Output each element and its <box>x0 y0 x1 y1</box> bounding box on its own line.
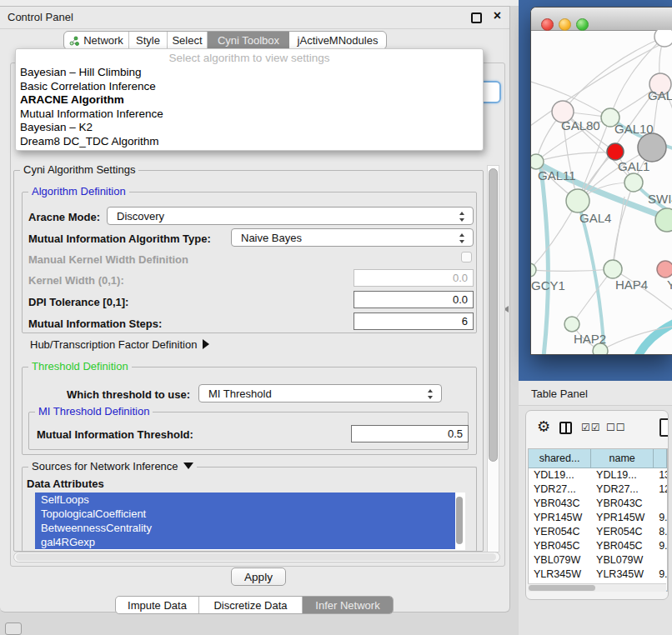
tab-infer-network[interactable]: Infer Network <box>303 597 393 613</box>
table-row[interactable]: YBL079W YBL079W <box>529 553 667 568</box>
node-unlabeled[interactable] <box>654 30 672 47</box>
table-row[interactable]: YDR27... YDR27... 12 <box>529 482 667 497</box>
cell: YER054C <box>529 525 591 539</box>
minimized-panel-icon[interactable] <box>5 622 22 635</box>
cell: YLR345W <box>591 568 654 582</box>
node-salmon[interactable] <box>657 261 672 278</box>
node-gcy1[interactable] <box>531 263 536 277</box>
table-row[interactable]: YBR045C YBR045C 9. <box>529 539 667 553</box>
node-gray[interactable] <box>638 133 666 162</box>
table-row[interactable]: YBR043C YBR043C <box>529 497 667 511</box>
node-hap4[interactable] <box>604 260 622 278</box>
columns-icon[interactable] <box>559 422 572 434</box>
table-horizontal-scrollbar-thumb[interactable] <box>529 585 595 591</box>
threshold-definition-title: Threshold Definition <box>28 360 132 372</box>
node-red-selected[interactable] <box>607 143 624 160</box>
cell: 12 <box>654 482 667 497</box>
table-row[interactable]: YPR145W YPR145W 9. <box>529 511 667 525</box>
node-gal11[interactable] <box>531 154 544 169</box>
sources-group-label: Sources for Network Inference <box>32 460 178 472</box>
network-window-titlebar[interactable] <box>531 8 672 31</box>
settings-horizontal-scrollbar[interactable] <box>13 552 500 562</box>
gear-icon[interactable]: ⚙ <box>537 419 550 434</box>
column-header-shared[interactable]: shared... <box>529 449 591 468</box>
settings-vertical-scrollbar[interactable] <box>487 165 499 552</box>
cell: 13 <box>654 468 667 482</box>
tab-cyni-toolbox[interactable]: Cyni Toolbox <box>208 32 289 49</box>
table-panel-area: Table Panel ⚙ ☑☑ ☐☐ shared... name YDL19… <box>519 381 672 635</box>
control-panel-window: Control Panel × Network Style Select <box>0 6 510 612</box>
mi-algorithm-type-combobox[interactable]: Naive Bayes <box>231 228 474 247</box>
data-attributes-label: Data Attributes <box>27 478 104 490</box>
manual-kernel-width-label: Manual Kernel Width Definition <box>28 253 188 266</box>
label-swi4: SWI4 <box>648 192 672 206</box>
cell: YPR145W <box>529 511 591 525</box>
settings-horizontal-scrollbar-thumb[interactable] <box>16 553 496 561</box>
attribute-item-selected[interactable]: gal4RGexp <box>35 535 455 549</box>
tab-select-label: Select <box>172 34 202 47</box>
node-gal1[interactable] <box>624 173 643 192</box>
kernel-width-field[interactable]: 0.0 <box>354 269 474 287</box>
algorithm-option[interactable]: Dream8 DC_TDC Algorithm <box>16 135 483 149</box>
tab-style-label: Style <box>136 34 160 47</box>
label-gal1: GAL1 <box>618 159 649 173</box>
dpi-tolerance-label: DPI Tolerance [0,1]: <box>28 296 128 308</box>
node-gal4[interactable] <box>566 189 589 212</box>
attribute-item-selected[interactable]: SelfLoops <box>35 492 455 507</box>
mi-threshold-group-title: MI Threshold Definition <box>35 405 153 418</box>
mi-steps-field[interactable]: 6 <box>354 312 474 330</box>
tab-jactivemnodules[interactable]: jActiveMNodules <box>289 32 386 49</box>
table-row[interactable]: YER054C YER054C 8. <box>529 525 667 539</box>
algorithm-popup-prompt: Select algorithm to view settings <box>16 49 483 66</box>
sources-group-title[interactable]: Sources for Network Inference <box>28 460 197 472</box>
mi-threshold-field[interactable]: 0.5 <box>351 425 469 442</box>
label-hap4: HAP4 <box>615 278 648 292</box>
table-panel-titlebar: Table Panel <box>519 381 672 406</box>
network-canvas[interactable]: GAL80 GAL10 GAL11 GAL1 SWI4 GAL4 GCY1 HA… <box>531 30 672 355</box>
table-row[interactable]: YLR345W YLR345W 9. <box>529 568 667 582</box>
algorithm-option[interactable]: Bayesian – Hill Climbing <box>16 66 483 80</box>
cell: YBR043C <box>591 497 654 511</box>
mac-zoom-icon[interactable] <box>576 18 589 31</box>
column-header-name[interactable]: name <box>591 449 654 468</box>
apply-button[interactable]: Apply <box>231 568 286 586</box>
tab-style[interactable]: Style <box>129 32 168 49</box>
manual-kernel-width-checkbox[interactable] <box>461 252 472 262</box>
aracne-mode-combobox[interactable]: Discovery <box>107 207 474 225</box>
which-threshold-combobox[interactable]: MI Threshold <box>198 384 442 402</box>
node-hap2[interactable] <box>564 317 579 332</box>
attribute-item-selected[interactable]: BetweennessCentrality <box>35 521 455 535</box>
screen: Control Panel × Network Style Select <box>0 0 672 635</box>
algorithm-option[interactable]: Mutual Information Inference <box>16 108 483 122</box>
tab-jactivemnodules-label: jActiveMNodules <box>298 34 379 47</box>
select-all-checkboxes-icon[interactable]: ☑☑ <box>581 422 601 433</box>
cell: YBR045C <box>529 539 591 553</box>
cell: 8. <box>654 525 667 539</box>
combo-spinner-icon <box>459 211 465 222</box>
table-horizontal-scrollbar[interactable] <box>528 583 666 592</box>
algorithm-option[interactable]: Bayesian – K2 <box>16 121 483 135</box>
attribute-list-scrollbar[interactable] <box>456 497 463 544</box>
hub-definition-toggle[interactable]: Hub/Transcription Factor Definition <box>30 338 209 351</box>
document-icon[interactable] <box>659 418 669 437</box>
table-row[interactable]: YDL19... YDL19... 13 <box>529 468 667 482</box>
dpi-tolerance-field[interactable]: 0.0 <box>354 291 474 308</box>
settings-vertical-scrollbar-thumb[interactable] <box>489 168 498 462</box>
algorithm-option-selected[interactable]: ARACNE Algorithm <box>16 93 483 108</box>
attribute-item-selected[interactable]: TopologicalCoefficient <box>35 507 455 521</box>
cell: YBL079W <box>591 553 654 568</box>
tab-impute-data[interactable]: Impute Data <box>116 597 199 613</box>
close-icon[interactable]: × <box>494 8 501 23</box>
mac-close-icon[interactable] <box>541 18 554 31</box>
float-window-icon[interactable] <box>471 12 482 23</box>
mac-minimize-icon[interactable] <box>559 18 571 31</box>
node-swi4[interactable] <box>655 208 672 232</box>
cell: YDR27... <box>591 482 654 497</box>
column-header-partial[interactable] <box>654 449 667 468</box>
node-table: shared... name YDL19... YDL19... 13 YDR2… <box>528 448 668 592</box>
algorithm-option[interactable]: Basic Correlation Inference <box>16 80 483 94</box>
tab-discretize-data[interactable]: Discretize Data <box>199 597 303 613</box>
tab-select[interactable]: Select <box>168 32 208 49</box>
tab-network[interactable]: Network <box>64 32 129 49</box>
deselect-all-checkboxes-icon[interactable]: ☐☐ <box>606 422 626 433</box>
